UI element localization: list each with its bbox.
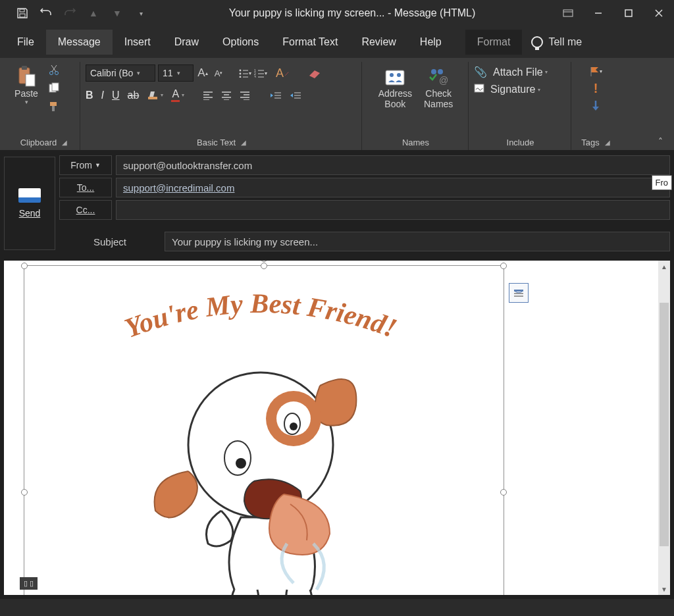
align-center-icon[interactable]: [221, 91, 232, 100]
strike-icon[interactable]: ab: [128, 90, 140, 101]
ribbon-display-icon[interactable]: [553, 1, 583, 25]
tab-review[interactable]: Review: [350, 30, 407, 55]
from-button[interactable]: From▼: [59, 155, 112, 175]
tab-format[interactable]: Format: [465, 30, 523, 55]
group-names: AddressBook @ CheckNames Names: [363, 62, 469, 150]
scroll-thumb[interactable]: [660, 303, 669, 546]
underline-icon[interactable]: U: [112, 90, 120, 101]
close-icon[interactable]: [644, 1, 674, 25]
check-names-button[interactable]: @ CheckNames: [421, 63, 455, 111]
indent-icon[interactable]: [290, 91, 301, 100]
grow-font-icon[interactable]: A▴: [196, 66, 209, 80]
address-book-button[interactable]: AddressBook: [376, 63, 415, 111]
format-painter-icon[interactable]: [47, 100, 61, 113]
svg-point-12: [55, 72, 59, 75]
clipboard-launcher-icon[interactable]: ◢: [62, 139, 67, 146]
tab-insert[interactable]: Insert: [113, 30, 163, 55]
menu-bar: File Message Insert Draw Options Format …: [0, 26, 674, 58]
subject-label: Subject: [59, 236, 161, 247]
resize-handle-n[interactable]: [261, 263, 267, 269]
cc-button[interactable]: Cc...: [59, 200, 112, 220]
next-icon[interactable]: ▼: [107, 3, 128, 24]
svg-rect-0: [20, 9, 24, 12]
svg-rect-17: [50, 102, 57, 106]
cc-input[interactable]: [116, 200, 670, 220]
copy-icon[interactable]: [47, 82, 61, 95]
redo-icon[interactable]: [59, 3, 80, 24]
font-color-icon[interactable]: A▾: [171, 88, 184, 102]
signature-button[interactable]: Signature▾: [474, 84, 567, 95]
qat-customize-icon[interactable]: ▾: [130, 3, 151, 24]
attach-file-button[interactable]: 📎Attach File▾: [474, 66, 567, 78]
compose-header: Send From▼ support@outlooktransfer.com T…: [0, 150, 674, 257]
vertical-scrollbar[interactable]: ▲ ▼: [658, 261, 670, 595]
rotate-handle-icon[interactable]: [260, 261, 268, 262]
save-icon[interactable]: [12, 3, 33, 24]
paperclip-icon: 📎: [474, 66, 487, 78]
italic-icon[interactable]: I: [101, 90, 104, 101]
ribbon: Paste ▾ Clipboard◢ Calibri (Bo▾ 11▾ A▴ A…: [0, 58, 674, 150]
from-panel-tab[interactable]: Fro: [652, 175, 673, 190]
to-button[interactable]: To...: [59, 178, 112, 197]
resize-handle-ne[interactable]: [500, 263, 507, 269]
numbering-icon[interactable]: 123▾: [254, 66, 267, 80]
svg-point-21: [240, 73, 242, 75]
bullets-icon[interactable]: ▾: [238, 66, 251, 80]
send-button[interactable]: Send: [4, 157, 55, 250]
paste-button[interactable]: Paste ▾: [12, 63, 41, 107]
undo-icon[interactable]: [36, 3, 57, 24]
title-bar: ▲ ▼ ▾ Your puppy is licking my screen...…: [0, 0, 674, 26]
basictext-launcher-icon[interactable]: ◢: [241, 139, 246, 146]
message-body-canvas[interactable]: You're My Best Friend!: [4, 261, 670, 595]
collapse-ribbon-icon[interactable]: ˄: [652, 133, 669, 150]
svg-point-56: [431, 69, 436, 74]
quick-access-toolbar: ▲ ▼ ▾: [0, 3, 151, 24]
scroll-up-icon[interactable]: ▲: [658, 261, 670, 272]
tab-options[interactable]: Options: [211, 30, 271, 55]
low-importance-icon[interactable]: [589, 99, 602, 112]
tab-file[interactable]: File: [5, 30, 46, 55]
font-size-combo[interactable]: 11▾: [158, 64, 194, 82]
cut-icon[interactable]: [47, 63, 61, 76]
tab-formattext[interactable]: Format Text: [271, 30, 350, 55]
svg-point-57: [438, 69, 443, 74]
svg-rect-32: [148, 97, 157, 99]
maximize-icon[interactable]: [613, 1, 644, 25]
highlight-icon[interactable]: ▾: [147, 90, 163, 101]
eraser-icon[interactable]: [307, 66, 320, 80]
window-controls: [553, 1, 674, 25]
scroll-down-icon[interactable]: ▼: [658, 583, 670, 595]
tell-me-search[interactable]: Tell me: [522, 36, 591, 48]
svg-marker-31: [309, 70, 320, 78]
resize-handle-e[interactable]: [500, 489, 507, 496]
bold-icon[interactable]: B: [86, 90, 93, 101]
minimize-icon[interactable]: [583, 1, 613, 25]
svg-marker-45: [271, 93, 273, 97]
tab-help[interactable]: Help: [408, 30, 454, 55]
resize-handle-w[interactable]: [21, 489, 28, 496]
align-right-icon[interactable]: [240, 91, 250, 100]
subject-input[interactable]: Your puppy is licking my screen...: [165, 232, 670, 251]
align-left-icon[interactable]: [203, 91, 213, 100]
window-title: Your puppy is licking my screen... - Mes…: [151, 7, 553, 19]
resize-handle-nw[interactable]: [21, 263, 28, 269]
paste-icon: [14, 64, 38, 88]
svg-point-73: [224, 441, 251, 475]
layout-options-icon[interactable]: [509, 283, 529, 303]
svg-marker-49: [290, 93, 293, 97]
check-names-icon: @: [427, 64, 450, 88]
tab-draw[interactable]: Draw: [163, 30, 211, 55]
font-family-combo[interactable]: Calibri (Bo▾: [86, 64, 155, 82]
shrink-font-icon[interactable]: A▾: [212, 66, 225, 80]
group-include: 📎Attach File▾ Signature▾ Include: [470, 62, 571, 150]
prev-icon[interactable]: ▲: [83, 3, 104, 24]
svg-marker-63: [592, 107, 599, 111]
tags-launcher-icon[interactable]: ◢: [605, 139, 610, 146]
tab-message[interactable]: Message: [46, 30, 113, 55]
outdent-icon[interactable]: [270, 91, 282, 100]
to-input[interactable]: support@incredimail.com: [116, 178, 670, 197]
clear-formatting-icon[interactable]: A⟋: [276, 66, 290, 80]
high-importance-icon[interactable]: !: [589, 82, 602, 95]
follow-up-flag-icon[interactable]: ▾: [589, 64, 602, 78]
scroll-track[interactable]: [658, 272, 670, 583]
